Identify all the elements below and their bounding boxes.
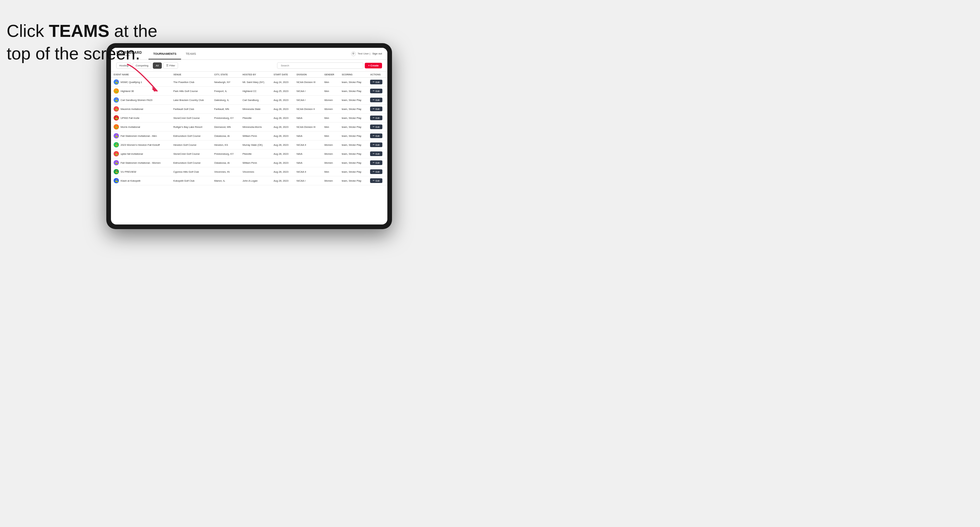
cell-actions[interactable]: ✏ Edit [368, 78, 387, 87]
cell-hosted-by: Minnesota State [240, 105, 271, 114]
cell-actions[interactable]: ✏ Edit [368, 149, 387, 159]
cell-division: NICAA I [294, 96, 321, 105]
cell-division: NCAA Division III [294, 78, 321, 87]
pencil-icon: ✏ [373, 90, 375, 92]
cell-event-name: ⛳ 2023 Women's Hesston Fall Kickoff [111, 140, 171, 149]
cell-start-date: Aug 28, 2023 [271, 149, 294, 159]
cell-city: Deerwood, MN [212, 122, 240, 132]
cell-division: NICAA II [294, 167, 321, 176]
event-name: Klash at Kokopelli [121, 179, 140, 182]
cell-city: Prestonsburg, KY [212, 114, 240, 122]
cell-city: Galesburg, IL [212, 96, 240, 105]
table-row: ⛳ Fall Statesmen Invitational - Men Edmu… [111, 132, 387, 140]
cell-actions[interactable]: ✏ Edit [368, 159, 387, 167]
cell-actions[interactable]: ✏ Edit [368, 114, 387, 122]
cell-scoring: team, Stroke Play [339, 140, 368, 149]
cell-division: NAIA [294, 149, 321, 159]
cell-scoring: team, Stroke Play [339, 114, 368, 122]
event-name: Maverick Invitational [121, 108, 143, 111]
cell-city: Vincennes, IN [212, 167, 240, 176]
cell-actions[interactable]: ✏ Edit [368, 105, 387, 114]
edit-button[interactable]: ✏ Edit [370, 133, 382, 138]
filter-icon: ☰ [166, 64, 169, 67]
edit-button[interactable]: ✏ Edit [370, 98, 382, 102]
event-icon: ⛳ [114, 88, 119, 94]
event-name: UPIKE Fall Invite [121, 117, 140, 119]
cell-start-date: Aug 26, 2023 [271, 96, 294, 105]
event-icon: ⛳ [114, 178, 119, 183]
cell-event-name: ⛳ Carl Sandburg Women FA23 [111, 96, 171, 105]
cell-hosted-by: William Penn [240, 159, 271, 167]
cell-actions[interactable]: ✏ Edit [368, 167, 387, 176]
cell-venue: Cypress Hills Golf Club [171, 167, 212, 176]
edit-button[interactable]: ✏ Edit [370, 80, 382, 84]
cell-event-name: ⛳ Fall Statesmen Invitational - Women [111, 159, 171, 167]
event-icon: ⛳ [114, 133, 119, 138]
edit-button[interactable]: ✏ Edit [370, 169, 382, 174]
tab-teams[interactable]: TEAMS [181, 48, 200, 59]
cell-start-date: Aug 28, 2023 [271, 176, 294, 185]
cell-hosted-by: Highland CC [240, 87, 271, 96]
table-row: ⛳ Fall Statesmen Invitational - Women Ed… [111, 159, 387, 167]
cell-venue: StoneCrest Golf Course [171, 149, 212, 159]
table-row: ⛳ Maverick Invitational Faribault Golf C… [111, 105, 387, 114]
cell-gender: Men [321, 114, 339, 122]
cell-actions[interactable]: ✏ Edit [368, 176, 387, 185]
edit-button[interactable]: ✏ Edit [370, 178, 382, 183]
edit-button[interactable]: ✏ Edit [370, 89, 382, 93]
table-row: ⛳ 2023 Women's Hesston Fall Kickoff Hess… [111, 140, 387, 149]
cell-scoring: team, Stroke Play [339, 87, 368, 96]
event-icon: ⛳ [114, 142, 119, 148]
table-row: ⛳ UPIKE Fall Invite StoneCrest Golf Cour… [111, 114, 387, 122]
table-row: ⛳ Carl Sandburg Women FA23 Lake Bracken … [111, 96, 387, 105]
cell-actions[interactable]: ✏ Edit [368, 96, 387, 105]
edit-button[interactable]: ✏ Edit [370, 151, 382, 156]
cell-scoring: team, Stroke Play [339, 132, 368, 140]
cell-city: Hesston, KS [212, 140, 240, 149]
cell-gender: Men [321, 87, 339, 96]
event-name: upike fall invitational [121, 152, 143, 156]
cell-city: Prestonsburg, KY [212, 149, 240, 159]
edit-button[interactable]: ✏ Edit [370, 106, 382, 111]
edit-button[interactable]: ✏ Edit [370, 160, 382, 165]
pencil-icon: ✏ [373, 117, 375, 119]
signout-link[interactable]: Sign out [372, 52, 382, 55]
cell-start-date: Aug 28, 2023 [271, 132, 294, 140]
cell-city: Oskaloosa, IA [212, 159, 240, 167]
event-icon: ⛳ [114, 124, 119, 130]
cell-venue: Edmundson Golf Course [171, 132, 212, 140]
cell-actions[interactable]: ✏ Edit [368, 140, 387, 149]
tablet-screen: SCOREBOARD Powered by clippit TOURNAMENT… [111, 48, 387, 224]
cell-venue: The Powelton Club [171, 78, 212, 87]
cell-hosted-by: William Penn [240, 132, 271, 140]
cell-event-name: ⛳ UPIKE Fall Invite [111, 114, 171, 122]
cell-actions[interactable]: ✏ Edit [368, 132, 387, 140]
pencil-icon: ✏ [373, 98, 375, 101]
cell-event-name: ⛳ Highland 36 [111, 87, 171, 96]
settings-icon[interactable]: ⚙ [351, 51, 356, 56]
filter-button[interactable]: ☰ Filter [163, 62, 178, 69]
tablet-frame: SCOREBOARD Powered by clippit TOURNAMENT… [106, 43, 392, 229]
cell-actions[interactable]: ✏ Edit [368, 122, 387, 132]
table-row: ⛳ Morris Invitational Ruttger's Bay Lake… [111, 122, 387, 132]
pencil-icon: ✏ [373, 81, 375, 83]
cell-start-date: Aug 28, 2023 [271, 114, 294, 122]
create-button[interactable]: + Create [365, 63, 382, 68]
cell-event-name: ⛳ Morris Invitational [111, 122, 171, 132]
table-row: ⛳ Klash at Kokopelli Kokopelli Golf Club… [111, 176, 387, 185]
cell-city: Freeport, IL [212, 87, 240, 96]
event-icon: ⛳ [114, 106, 119, 111]
event-icon: ⛳ [114, 97, 119, 103]
edit-button[interactable]: ✏ Edit [370, 125, 382, 129]
cell-event-name: ⛳ upike fall invitational [111, 149, 171, 159]
search-input[interactable] [277, 62, 363, 69]
cell-actions[interactable]: ✏ Edit [368, 87, 387, 96]
table-body: ⛳ MSMC Qualifying 1 The Powelton Club Ne… [111, 78, 387, 185]
cell-division: NAIA [294, 114, 321, 122]
cell-start-date: Aug 28, 2023 [271, 122, 294, 132]
edit-button[interactable]: ✏ Edit [370, 143, 382, 147]
table-row: ⛳ upike fall invitational StoneCrest Gol… [111, 149, 387, 159]
cell-event-name: ⛳ Klash at Kokopelli [111, 176, 171, 185]
cell-event-name: ⛳ Maverick Invitational [111, 105, 171, 114]
edit-button[interactable]: ✏ Edit [370, 116, 382, 120]
